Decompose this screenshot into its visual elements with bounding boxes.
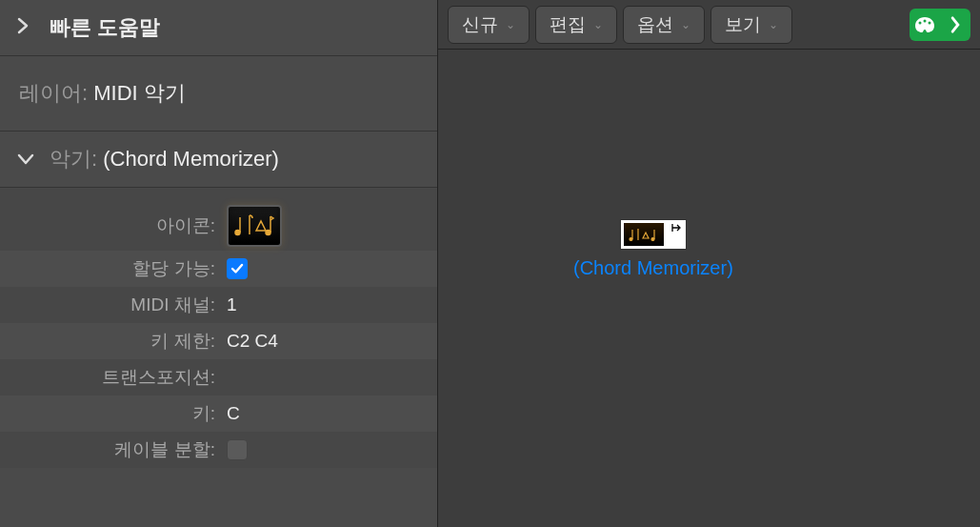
chevron-down-icon: ⌄ (506, 18, 515, 31)
quick-help-header[interactable]: 빠른 도움말 (0, 0, 437, 56)
svg-point-4 (266, 231, 270, 235)
chord-memorizer-icon (624, 223, 664, 246)
option-button[interactable]: 옵션 ⌄ (623, 6, 705, 44)
edit-button-label: 편집 (550, 12, 586, 37)
params-list: 아이콘: (0, 188, 437, 468)
assignable-checkbox[interactable] (227, 258, 248, 279)
chevron-down-icon: ⌄ (681, 18, 690, 31)
chevron-right-icon (943, 15, 968, 34)
svg-point-12 (651, 238, 654, 241)
chevron-down-icon: ⌄ (769, 18, 778, 31)
new-button[interactable]: 신규 ⌄ (448, 6, 530, 44)
icon-value[interactable] (223, 205, 422, 247)
svg-point-5 (919, 21, 922, 24)
cable-split-label: 케이블 분할: (15, 437, 223, 462)
palette-icon (912, 15, 937, 34)
palette-button[interactable] (910, 9, 970, 41)
layer-header: 레이어: MIDI 악기 (0, 56, 437, 132)
chevron-down-icon (17, 149, 34, 171)
node-output-icon (671, 223, 683, 233)
param-row-key-limit: 키 제한: C2 C4 (0, 323, 437, 359)
svg-point-9 (630, 238, 632, 241)
chord-memorizer-icon[interactable] (227, 205, 282, 247)
key-label: 키: (15, 401, 223, 426)
cable-split-checkbox[interactable] (227, 439, 248, 460)
svg-point-6 (924, 19, 927, 22)
key-limit-value[interactable]: C2 C4 (223, 331, 422, 352)
icon-label: 아이콘: (15, 213, 223, 238)
instrument-value: (Chord Memorizer) (103, 147, 279, 171)
edit-button[interactable]: 편집 ⌄ (535, 6, 617, 44)
view-button-label: 보기 (725, 12, 761, 37)
param-row-midi-channel: MIDI 채널: 1 (0, 287, 437, 323)
quick-help-title: 빠른 도움말 (50, 13, 160, 42)
view-button[interactable]: 보기 ⌄ (710, 6, 792, 44)
inspector-sidebar: 빠른 도움말 레이어: MIDI 악기 악기: (Chord Memorizer… (0, 0, 438, 527)
node-icon-container[interactable] (620, 219, 687, 250)
midi-channel-label: MIDI 채널: (15, 293, 223, 317)
layer-value: MIDI 악기 (93, 81, 186, 105)
new-button-label: 신규 (462, 12, 498, 37)
node-label[interactable]: (Chord Memorizer) (573, 257, 733, 279)
transposition-label: 트랜스포지션: (15, 365, 223, 390)
option-button-label: 옵션 (637, 12, 673, 37)
key-value[interactable]: C (223, 403, 422, 424)
toolbar: 신규 ⌄ 편집 ⌄ 옵션 ⌄ 보기 ⌄ (438, 0, 980, 50)
assignable-label: 할당 가능: (15, 256, 223, 281)
assignable-value (223, 258, 422, 279)
param-row-assignable: 할당 가능: (0, 251, 437, 287)
param-row-transposition: 트랜스포지션: (0, 359, 437, 395)
main-area: 신규 ⌄ 편집 ⌄ 옵션 ⌄ 보기 ⌄ (438, 0, 980, 527)
param-row-icon: 아이콘: (0, 188, 437, 251)
svg-point-7 (929, 21, 931, 24)
chord-memorizer-node[interactable]: (Chord Memorizer) (573, 219, 733, 279)
instrument-header[interactable]: 악기: (Chord Memorizer) (0, 132, 437, 188)
instrument-label: 악기: (50, 147, 103, 171)
param-row-cable-split: 케이블 분할: (0, 432, 437, 468)
param-row-key: 키: C (0, 395, 437, 432)
midi-channel-value[interactable]: 1 (223, 294, 422, 315)
chevron-right-icon (17, 17, 30, 39)
cable-split-value (223, 439, 422, 460)
key-limit-label: 키 제한: (15, 329, 223, 354)
layer-label: 레이어: (19, 81, 93, 105)
chevron-down-icon: ⌄ (593, 18, 603, 31)
environment-canvas[interactable]: (Chord Memorizer) (438, 50, 980, 527)
svg-point-1 (235, 231, 240, 235)
